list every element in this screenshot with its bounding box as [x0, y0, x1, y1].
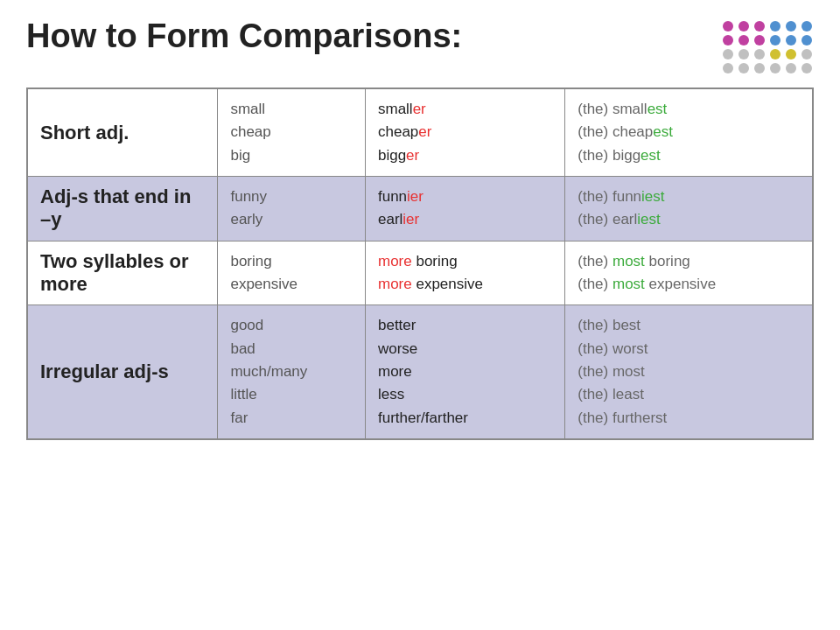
decoration-dot: [738, 63, 749, 74]
decoration-dot: [802, 21, 812, 32]
row-header-2: Two syllables or more: [28, 241, 218, 305]
table-row: Irregular adj-sgoodbadmuch/manylittlefar…: [28, 305, 813, 439]
superlative-2: (the) most boring(the) most expensive: [565, 241, 813, 305]
base-words-1: funnyearly: [218, 177, 366, 242]
table-row: Short adj.smallcheapbigsmallercheaperbig…: [28, 89, 813, 177]
decoration-dot: [802, 63, 812, 74]
comparisons-table-container: Short adj.smallcheapbigsmallercheaperbig…: [26, 88, 814, 440]
decoration-dot: [723, 21, 733, 32]
base-words-3: goodbadmuch/manylittlefar: [218, 305, 366, 439]
row-header-0: Short adj.: [28, 89, 218, 177]
decoration-dot: [802, 49, 812, 60]
table-row: Adj-s that end in –yfunnyearlyfunnierear…: [28, 177, 813, 242]
comparative-3: betterworsemorelessfurther/farther: [365, 305, 564, 439]
row-header-1: Adj-s that end in –y: [28, 177, 218, 242]
decoration-dot: [802, 35, 812, 46]
decoration-dot: [786, 21, 796, 32]
decoration-dot: [738, 35, 749, 46]
page-title: How to Form Comparisons:: [26, 18, 462, 55]
comparative-2: more boringmore expensive: [365, 241, 564, 305]
decoration-dot: [723, 35, 733, 46]
decoration-dot: [754, 35, 765, 46]
decoration-dot: [754, 21, 765, 32]
base-words-0: smallcheapbig: [218, 89, 366, 177]
page: How to Form Comparisons: Short adj.small…: [0, 0, 840, 630]
superlative-3: (the) best(the) worst(the) most(the) lea…: [565, 305, 813, 439]
decoration-dot: [786, 49, 796, 60]
superlative-0: (the) smallest(the) cheapest(the) bigges…: [565, 89, 813, 177]
decoration-dot: [770, 49, 780, 60]
base-words-2: boringexpensive: [218, 241, 366, 305]
header: How to Form Comparisons:: [26, 18, 814, 74]
decoration-dot: [738, 49, 749, 60]
table-row: Two syllables or moreboringexpensivemore…: [28, 241, 813, 305]
row-header-3: Irregular adj-s: [28, 305, 218, 439]
decoration-dot: [786, 63, 796, 74]
decoration-dot: [723, 63, 733, 74]
comparisons-table: Short adj.smallcheapbigsmallercheaperbig…: [27, 88, 813, 439]
decoration-dot: [754, 63, 765, 74]
comparative-1: funnierearlier: [365, 177, 564, 242]
decoration-dot: [754, 49, 765, 60]
decoration-dot: [723, 49, 733, 60]
superlative-1: (the) funniest(the) earliest: [565, 177, 813, 242]
decoration-dot: [738, 21, 749, 32]
decoration-dot: [786, 35, 796, 46]
decoration-dot: [770, 35, 780, 46]
comparative-0: smallercheaperbigger: [365, 89, 564, 177]
dots-decoration: [723, 21, 814, 74]
decoration-dot: [770, 21, 780, 32]
decoration-dot: [770, 63, 780, 74]
